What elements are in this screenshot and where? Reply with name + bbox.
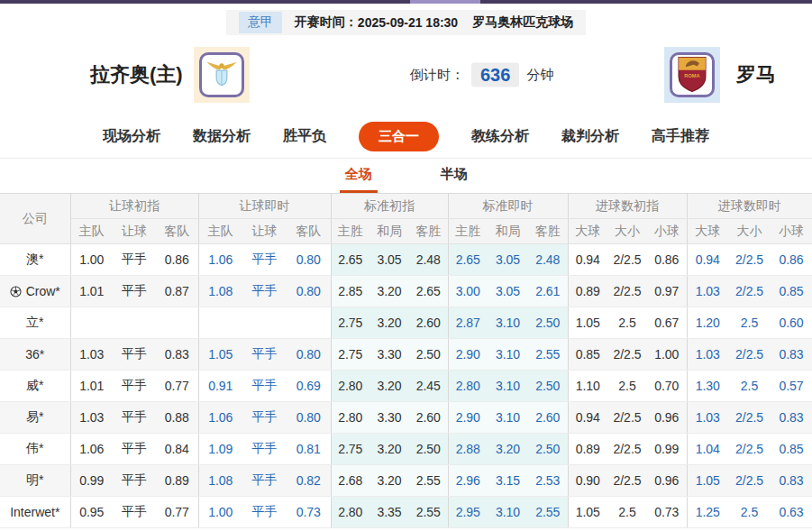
sub-header: 和局 [370,219,409,244]
company-name: 澳* [26,252,43,266]
odds-cell: 3.05 [488,276,528,307]
company-cell: 易* [0,402,70,434]
odds-cell: 3.20 [370,276,409,307]
odds-cell: 0.97 [647,276,687,307]
sub-header: 主队 [198,219,242,244]
odds-cell: 平手 [242,497,287,528]
group-header-handicap-initial: 让球初指 [70,194,198,219]
odds-cell: 0.84 [156,434,198,465]
tab-expert-picks[interactable]: 高手推荐 [652,127,709,146]
odds-cell: 平手 [242,465,287,497]
odds-cell: 0.86 [647,244,687,276]
odds-cell: 1.01 [70,276,113,307]
odds-cell [113,307,156,339]
sub-header: 主队 [70,219,113,244]
odds-cell: 3.05 [488,244,528,276]
tab-referee-analysis[interactable]: 裁判分析 [561,127,619,146]
odds-cell: 2.80 [331,497,370,528]
odds-cell: 3.10 [488,402,528,434]
home-team: 拉齐奥(主) [90,47,250,103]
odds-cell: 3.05 [370,244,409,276]
odds-cell [70,307,113,339]
company-name: Interwet* [10,505,59,519]
odds-cell: 1.06 [198,402,242,434]
group-header-standard-initial: 标准初指 [331,194,448,219]
table-row: 36*1.03平手0.831.05平手0.802.753.302.502.903… [0,339,812,371]
sub-header: 大小 [728,219,771,244]
odds-cell: 0.85 [771,434,812,465]
odds-cell: 2.61 [528,276,568,307]
odds-cell: 3.20 [370,307,409,339]
odds-cell: 平手 [242,244,287,276]
odds-cell: 2.80 [331,402,370,434]
tab-three-in-one[interactable]: 三合一 [359,122,439,151]
away-team: ROMA 罗马 [664,47,776,103]
home-team-logo [194,47,250,103]
odds-cell: 2.80 [448,371,488,402]
odds-cell: 2/2.5 [607,244,647,276]
table-row: 澳*1.00平手0.861.06平手0.802.653.052.482.653.… [0,244,812,276]
odds-cell: 0.60 [771,307,812,339]
odds-cell: 0.70 [647,371,687,402]
odds-cell: 2.45 [409,371,448,402]
teams-header: 拉齐奥(主) 倒计时： 636 分钟 [0,35,812,114]
odds-cell: 平手 [242,402,287,434]
odds-cell: 1.08 [198,465,242,497]
odds-cell: 平手 [113,465,156,497]
company-name: 明* [26,472,43,487]
odds-cell: 0.95 [70,497,113,528]
odds-cell: 0.67 [647,307,687,339]
period-subtabs: 全场 半场 [0,158,812,193]
odds-cell: 1.08 [198,276,242,307]
odds-cell: 2.5 [607,371,647,402]
odds-cell: 0.83 [771,402,812,434]
odds-cell: 2.87 [448,307,488,339]
odds-cell: 2.60 [528,402,568,434]
subtab-half-match[interactable]: 半场 [435,159,473,193]
odds-cell: 2.50 [528,434,568,465]
company-cell: 威* [0,371,70,402]
odds-cell: 0.90 [568,465,607,497]
odds-cell: 1.03 [70,339,113,371]
odds-cell: 平手 [113,497,156,528]
odds-cell: 0.83 [771,465,812,497]
tab-data-analysis[interactable]: 数据分析 [193,127,251,146]
odds-cell: 0.86 [156,244,198,276]
odds-cell: 0.94 [568,402,607,434]
kickoff-label: 开赛时间： [295,14,358,31]
odds-cell: 1.05 [568,307,607,339]
sub-header: 主胜 [448,219,488,244]
odds-cell: 0.80 [287,339,331,371]
odds-cell: 0.80 [287,402,331,434]
odds-cell: 2.55 [528,497,568,528]
subtab-full-match[interactable]: 全场 [340,159,378,193]
odds-cell: 1.00 [198,497,242,528]
company-name: 易* [26,409,43,424]
odds-cell: 2.48 [528,244,568,276]
odds-cell: 平手 [242,434,287,465]
tab-coach-analysis[interactable]: 教练分析 [471,127,529,146]
sub-header: 大球 [568,219,607,244]
countdown-value: 636 [471,63,519,87]
odds-cell: 1.05 [568,497,607,528]
odds-cell: 平手 [113,402,156,434]
odds-cell: 0.73 [647,497,687,528]
odds-cell: 3.10 [488,497,528,528]
odds-cell: 1.03 [687,339,728,371]
countdown: 倒计时： 636 分钟 [410,63,553,87]
odds-cell: 平手 [242,276,287,307]
odds-cell: 1.00 [70,244,113,276]
tab-live-analysis[interactable]: 现场分析 [103,127,160,146]
odds-cell: 1.03 [687,402,728,434]
sub-header: 客胜 [528,219,568,244]
soccer-ball-icon [10,286,22,298]
tab-win-draw-lose[interactable]: 胜平负 [283,127,326,146]
away-team-logo: ROMA [664,47,720,103]
odds-cell: 3.30 [370,339,409,371]
odds-cell: 2/2.5 [607,276,647,307]
sub-header: 客胜 [409,219,448,244]
odds-cell: 2.50 [409,339,448,371]
odds-cell: 2.60 [409,402,448,434]
odds-cell: 2.50 [409,434,448,465]
odds-cell: 0.99 [647,434,687,465]
